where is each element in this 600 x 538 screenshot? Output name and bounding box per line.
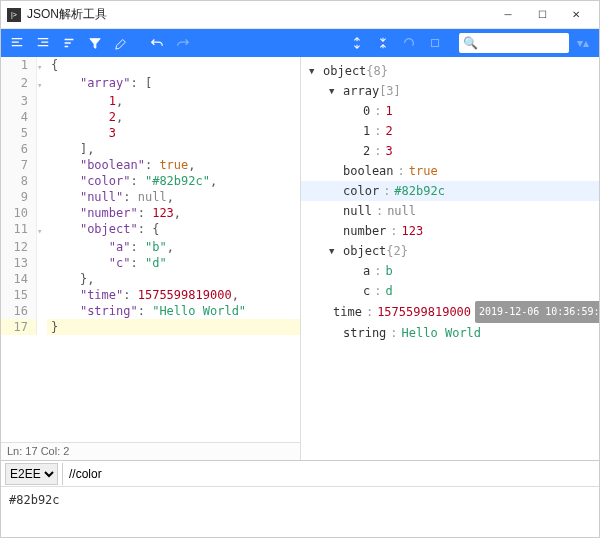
- tree-toggle-icon[interactable]: ▼: [329, 81, 339, 101]
- fold-toggle: [37, 287, 47, 303]
- tree-row[interactable]: string:Hello World: [301, 323, 599, 343]
- code-line[interactable]: 1▾{: [1, 57, 300, 75]
- tree-row[interactable]: ▼object {8}: [301, 61, 599, 81]
- code-content[interactable]: "null": null,: [47, 189, 300, 205]
- filter-icon[interactable]: [83, 32, 107, 54]
- code-line[interactable]: 8 "color": "#82b92c",: [1, 173, 300, 189]
- query-mode-select[interactable]: E2EE: [5, 463, 58, 485]
- code-content[interactable]: "number": 123,: [47, 205, 300, 221]
- tree-value: 1575599819000: [377, 302, 471, 322]
- app-icon: |>: [7, 8, 21, 22]
- titlebar: |> JSON解析工具 ─ ☐ ✕: [1, 1, 599, 29]
- tree-row[interactable]: number:123: [301, 221, 599, 241]
- tree-row[interactable]: 2:3: [301, 141, 599, 161]
- tree-row[interactable]: ▼object {2}: [301, 241, 599, 261]
- collapse-icon[interactable]: [345, 32, 369, 54]
- tree-key: color: [343, 181, 379, 201]
- code-content[interactable]: 3: [47, 125, 300, 141]
- tree-key: string: [343, 323, 386, 343]
- code-line[interactable]: 3 1,: [1, 93, 300, 109]
- search-input[interactable]: [481, 37, 565, 49]
- tree-row[interactable]: a:b: [301, 261, 599, 281]
- code-line[interactable]: 6 ],: [1, 141, 300, 157]
- tree-value: b: [385, 261, 392, 281]
- fold-toggle: [37, 189, 47, 205]
- tree-row[interactable]: 1:2: [301, 121, 599, 141]
- code-content[interactable]: }: [47, 319, 300, 335]
- tree-row[interactable]: null:null: [301, 201, 599, 221]
- code-content[interactable]: "time": 1575599819000,: [47, 287, 300, 303]
- code-content[interactable]: "boolean": true,: [47, 157, 300, 173]
- code-line[interactable]: 12 "a": "b",: [1, 239, 300, 255]
- tree-row[interactable]: color:#82b92c: [301, 181, 599, 201]
- refresh-icon[interactable]: [397, 32, 421, 54]
- code-content[interactable]: "color": "#82b92c",: [47, 173, 300, 189]
- fold-toggle[interactable]: ▾: [37, 57, 47, 75]
- close-button[interactable]: ✕: [559, 2, 593, 28]
- tree-key: c: [363, 281, 370, 301]
- tree-meta: {8}: [366, 61, 388, 81]
- tree-row[interactable]: 0:1: [301, 101, 599, 121]
- expand-icon[interactable]: [371, 32, 395, 54]
- code-content[interactable]: "array": [: [47, 75, 300, 93]
- line-number: 10: [1, 205, 37, 221]
- code-line[interactable]: 10 "number": 123,: [1, 205, 300, 221]
- tree-row[interactable]: c:d: [301, 281, 599, 301]
- redo-icon[interactable]: [171, 32, 195, 54]
- line-number: 1: [1, 57, 37, 75]
- code-content[interactable]: },: [47, 271, 300, 287]
- sort-icon[interactable]: [57, 32, 81, 54]
- code-line[interactable]: 2▾ "array": [: [1, 75, 300, 93]
- code-content[interactable]: "a": "b",: [47, 239, 300, 255]
- code-line[interactable]: 14 },: [1, 271, 300, 287]
- tree-key: 1: [363, 121, 370, 141]
- maximize-button[interactable]: ☐: [525, 2, 559, 28]
- line-number: 17: [1, 319, 37, 335]
- search-icon: 🔍: [463, 36, 478, 50]
- tree-key: 0: [363, 101, 370, 121]
- fold-toggle[interactable]: ▾: [37, 221, 47, 239]
- tree-row[interactable]: ▼array [3]: [301, 81, 599, 101]
- code-content[interactable]: ],: [47, 141, 300, 157]
- search-box[interactable]: 🔍: [459, 33, 569, 53]
- line-number: 6: [1, 141, 37, 157]
- tree-view-pane[interactable]: ▼object {8}▼array [3]0:11:22:3boolean:tr…: [301, 57, 599, 460]
- line-number: 15: [1, 287, 37, 303]
- query-row: E2EE: [1, 461, 599, 487]
- code-content[interactable]: "c": "d": [47, 255, 300, 271]
- fold-toggle[interactable]: ▾: [37, 75, 47, 93]
- line-number: 11: [1, 221, 37, 239]
- tree-toggle-icon[interactable]: ▼: [329, 241, 339, 261]
- main-split: 1▾{2▾ "array": [3 1,4 2,5 36 ],7 "boolea…: [1, 57, 599, 460]
- line-number: 12: [1, 239, 37, 255]
- code-line[interactable]: 13 "c": "d": [1, 255, 300, 271]
- code-content[interactable]: {: [47, 57, 300, 75]
- query-path-input[interactable]: [62, 463, 599, 485]
- indent-left-icon[interactable]: [5, 32, 29, 54]
- indent-right-icon[interactable]: [31, 32, 55, 54]
- copy-icon[interactable]: [423, 32, 447, 54]
- code-content[interactable]: "object": {: [47, 221, 300, 239]
- fold-toggle: [37, 125, 47, 141]
- code-content[interactable]: "string": "Hello World": [47, 303, 300, 319]
- code-line[interactable]: 9 "null": null,: [1, 189, 300, 205]
- tree-row[interactable]: time:15755998190002019-12-06 10:36:59:00: [301, 301, 599, 323]
- code-line[interactable]: 5 3: [1, 125, 300, 141]
- tree-key: time: [333, 302, 362, 322]
- code-line[interactable]: 17}: [1, 319, 300, 335]
- tree-row[interactable]: boolean:true: [301, 161, 599, 181]
- undo-icon[interactable]: [145, 32, 169, 54]
- code-line[interactable]: 7 "boolean": true,: [1, 157, 300, 173]
- code-line[interactable]: 11▾ "object": {: [1, 221, 300, 239]
- settings-icon[interactable]: [109, 32, 133, 54]
- minimize-button[interactable]: ─: [491, 2, 525, 28]
- code-content[interactable]: 1,: [47, 93, 300, 109]
- tree-toggle-icon[interactable]: ▼: [309, 61, 319, 81]
- dropdown-icon[interactable]: ▾▴: [571, 32, 595, 54]
- code-line[interactable]: 15 "time": 1575599819000,: [1, 287, 300, 303]
- window-title: JSON解析工具: [27, 6, 491, 23]
- code-line[interactable]: 16 "string": "Hello World": [1, 303, 300, 319]
- code-content[interactable]: 2,: [47, 109, 300, 125]
- code-editor[interactable]: 1▾{2▾ "array": [3 1,4 2,5 36 ],7 "boolea…: [1, 57, 300, 442]
- code-line[interactable]: 4 2,: [1, 109, 300, 125]
